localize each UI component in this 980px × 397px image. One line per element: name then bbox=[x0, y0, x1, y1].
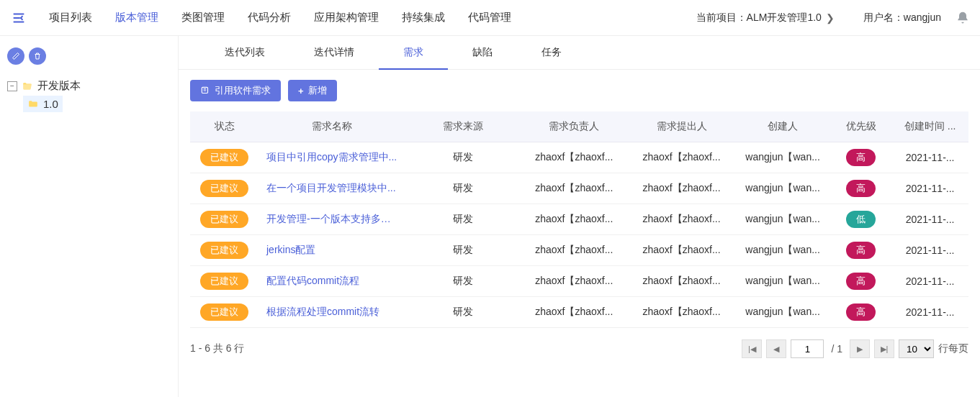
cell-status: 已建议 bbox=[190, 142, 259, 173]
cell-source: 研发 bbox=[405, 204, 521, 235]
delete-button[interactable] bbox=[29, 47, 46, 65]
table-body: 已建议项目中引用copy需求管理中...研发zhaoxf【zhaoxf...zh… bbox=[190, 142, 968, 328]
cell-name[interactable]: 项目中引用copy需求管理中... bbox=[259, 142, 405, 173]
tab[interactable]: 需求 bbox=[379, 36, 448, 69]
cell-owner: zhaoxf【zhaoxf... bbox=[521, 173, 628, 204]
pager-page-input[interactable] bbox=[791, 339, 824, 358]
cell-owner: zhaoxf【zhaoxf... bbox=[521, 266, 628, 297]
cell-name[interactable]: jerkins配置 bbox=[259, 235, 405, 266]
tree: − 开发版本 1.0 bbox=[7, 76, 171, 112]
table-row: 已建议根据流程处理commit流转研发zhaoxf【zhaoxf...zhaox… bbox=[190, 297, 968, 328]
cell-creator: wangjun【wan... bbox=[735, 266, 830, 297]
current-project-label[interactable]: 当前项目：ALM开发管理1.0 bbox=[696, 12, 822, 24]
tree-root-label: 开发版本 bbox=[37, 79, 81, 93]
cell-priority: 高 bbox=[830, 173, 891, 204]
cell-owner: zhaoxf【zhaoxf... bbox=[521, 235, 628, 266]
tab[interactable]: 迭代详情 bbox=[289, 36, 379, 69]
priority-badge: 高 bbox=[846, 242, 876, 259]
cell-name[interactable]: 配置代码commit流程 bbox=[259, 266, 405, 297]
priority-badge: 高 bbox=[846, 149, 876, 166]
status-badge: 已建议 bbox=[200, 242, 248, 259]
tab[interactable]: 任务 bbox=[517, 36, 586, 69]
cell-name[interactable]: 开发管理-一个版本支持多个... bbox=[259, 204, 405, 235]
cell-proposer: zhaoxf【zhaoxf... bbox=[628, 173, 735, 204]
nav-item[interactable]: 持续集成 bbox=[402, 11, 445, 24]
cell-status: 已建议 bbox=[190, 235, 259, 266]
collapse-icon[interactable]: − bbox=[7, 81, 17, 91]
cell-source: 研发 bbox=[405, 142, 521, 173]
cell-source: 研发 bbox=[405, 297, 521, 328]
cell-proposer: zhaoxf【zhaoxf... bbox=[628, 297, 735, 328]
add-button[interactable]: + 新增 bbox=[288, 80, 337, 101]
nav-item[interactable]: 项目列表 bbox=[49, 11, 92, 24]
cell-time: 2021-11-... bbox=[891, 204, 968, 235]
tree-root[interactable]: − 开发版本 bbox=[7, 76, 171, 96]
cell-name[interactable]: 在一个项目开发管理模块中... bbox=[259, 173, 405, 204]
cell-time: 2021-11-... bbox=[891, 266, 968, 297]
column-header[interactable]: 优先级 bbox=[830, 111, 891, 142]
pager-prev-button[interactable]: ◀ bbox=[766, 339, 786, 358]
nav-item[interactable]: 版本管理 bbox=[115, 11, 158, 24]
folder-icon bbox=[27, 99, 39, 109]
nav-item[interactable]: 类图管理 bbox=[181, 11, 225, 24]
cell-priority: 高 bbox=[830, 235, 891, 266]
quote-requirement-button[interactable]: 引用软件需求 bbox=[190, 80, 281, 101]
folder-open-icon bbox=[22, 81, 33, 91]
cell-creator: wangjun【wan... bbox=[735, 142, 830, 173]
quote-button-label: 引用软件需求 bbox=[215, 84, 271, 97]
edit-button[interactable] bbox=[7, 47, 24, 65]
cell-time: 2021-11-... bbox=[891, 297, 968, 328]
status-badge: 已建议 bbox=[200, 273, 248, 290]
pager-controls: |◀ ◀ / 1 ▶ ▶| 10 行每页 bbox=[742, 339, 968, 358]
column-header[interactable]: 需求名称 bbox=[259, 111, 405, 142]
priority-badge: 低 bbox=[846, 211, 876, 228]
column-header[interactable]: 需求负责人 bbox=[521, 111, 628, 142]
column-header[interactable]: 创建人 bbox=[735, 111, 830, 142]
table-row: 已建议开发管理-一个版本支持多个...研发zhaoxf【zhaoxf...zha… bbox=[190, 204, 968, 235]
cell-proposer: zhaoxf【zhaoxf... bbox=[628, 204, 735, 235]
tab[interactable]: 迭代列表 bbox=[200, 36, 289, 69]
quote-icon bbox=[200, 86, 210, 96]
cell-source: 研发 bbox=[405, 266, 521, 297]
menu-toggle-icon[interactable] bbox=[10, 9, 27, 27]
cell-proposer: zhaoxf【zhaoxf... bbox=[628, 142, 735, 173]
cell-creator: wangjun【wan... bbox=[735, 173, 830, 204]
tree-child[interactable]: 1.0 bbox=[23, 96, 63, 112]
sidebar-actions bbox=[7, 47, 171, 65]
tree-child-label: 1.0 bbox=[43, 98, 58, 110]
chevron-right-icon[interactable]: ❯ bbox=[826, 12, 835, 24]
column-header[interactable]: 创建时间 ... bbox=[891, 111, 968, 142]
cell-source: 研发 bbox=[405, 235, 521, 266]
cell-creator: wangjun【wan... bbox=[735, 235, 830, 266]
pager-last-button[interactable]: ▶| bbox=[874, 339, 894, 358]
main: 迭代列表迭代详情需求缺陷任务 引用软件需求 + 新增 状态需求名称需求来源需求负… bbox=[179, 36, 980, 397]
cell-owner: zhaoxf【zhaoxf... bbox=[521, 297, 628, 328]
cell-source: 研发 bbox=[405, 173, 521, 204]
nav-item[interactable]: 代码分析 bbox=[248, 11, 291, 24]
cell-status: 已建议 bbox=[190, 204, 259, 235]
cell-status: 已建议 bbox=[190, 266, 259, 297]
pager-total: / 1 bbox=[831, 343, 842, 355]
table-container: 状态需求名称需求来源需求负责人需求提出人创建人优先级创建时间 ... 已建议项目… bbox=[179, 111, 980, 328]
cell-priority: 低 bbox=[830, 204, 891, 235]
cell-name[interactable]: 根据流程处理commit流转 bbox=[259, 297, 405, 328]
pager-first-button[interactable]: |◀ bbox=[742, 339, 762, 358]
pager-next-button[interactable]: ▶ bbox=[850, 339, 870, 358]
cell-status: 已建议 bbox=[190, 297, 259, 328]
nav-item[interactable]: 代码管理 bbox=[468, 11, 511, 24]
tab[interactable]: 缺陷 bbox=[448, 36, 517, 69]
column-header[interactable]: 需求提出人 bbox=[628, 111, 735, 142]
column-header[interactable]: 状态 bbox=[190, 111, 259, 142]
toolbar: 引用软件需求 + 新增 bbox=[179, 70, 980, 111]
cell-status: 已建议 bbox=[190, 173, 259, 204]
cell-owner: zhaoxf【zhaoxf... bbox=[521, 142, 628, 173]
cell-creator: wangjun【wan... bbox=[735, 297, 830, 328]
column-header[interactable]: 需求来源 bbox=[405, 111, 521, 142]
table-row: 已建议项目中引用copy需求管理中...研发zhaoxf【zhaoxf...zh… bbox=[190, 142, 968, 173]
pager-size-select[interactable]: 10 bbox=[899, 339, 934, 358]
bell-icon[interactable] bbox=[956, 11, 970, 25]
nav-item[interactable]: 应用架构管理 bbox=[314, 11, 379, 24]
status-badge: 已建议 bbox=[200, 149, 248, 166]
pager-suffix: 行每页 bbox=[938, 342, 968, 355]
table-header-row: 状态需求名称需求来源需求负责人需求提出人创建人优先级创建时间 ... bbox=[190, 111, 968, 142]
